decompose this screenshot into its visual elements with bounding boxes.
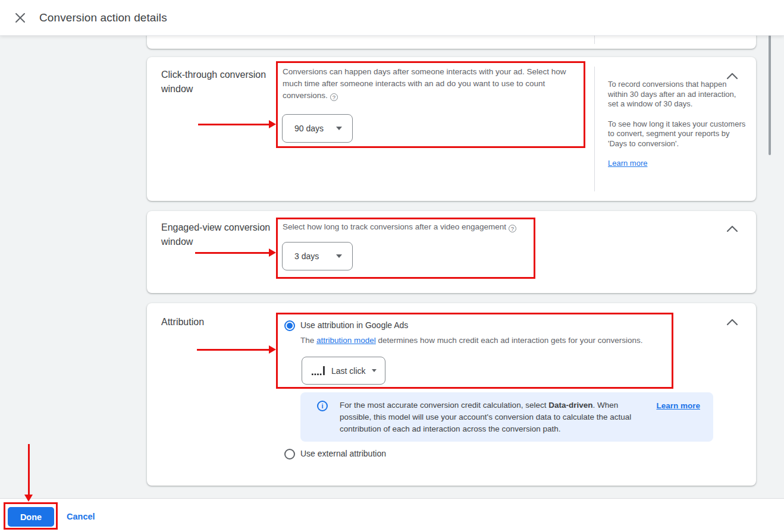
help-icon[interactable]: ? — [330, 93, 338, 101]
info-icon: i — [317, 401, 328, 411]
attribution-model-value: Last click — [331, 366, 366, 376]
learn-more-link[interactable]: Learn more — [608, 159, 647, 168]
conversion-action-details-dialog: Conversion action details Click-through … — [0, 0, 784, 532]
external-attribution-radio[interactable] — [284, 449, 295, 459]
data-driven-info-box: i For the most accurate conversion credi… — [300, 392, 713, 442]
attribution-label: Attribution — [161, 315, 271, 329]
help-paragraph: To see how long it takes your customers … — [608, 119, 748, 149]
dropdown-caret-icon — [372, 369, 377, 372]
cancel-button[interactable]: Cancel — [67, 512, 95, 521]
engaged-view-card: Engaged-view conversion window Select ho… — [147, 211, 756, 293]
collapse-chevron-icon[interactable] — [726, 224, 738, 232]
collapse-chevron-icon[interactable] — [726, 317, 738, 326]
done-button[interactable]: Done — [8, 507, 54, 527]
google-ads-attribution-radio[interactable] — [284, 320, 295, 331]
info-text: For the most accurate conversion credit … — [340, 399, 642, 435]
google-ads-attribution-radio-label: Use attribution in Google Ads — [300, 320, 408, 330]
external-attribution-radio-label: Use external attribution — [300, 449, 386, 458]
attribution-model-link[interactable]: attribution model — [316, 336, 376, 345]
annotation-arrow-done — [28, 444, 30, 495]
engaged-view-window-value: 3 days — [294, 251, 319, 261]
engaged-view-label: Engaged-view conversion window — [161, 221, 271, 249]
dialog-header: Conversion action details — [0, 0, 784, 36]
help-icon[interactable]: ? — [509, 225, 516, 232]
attribution-model-dropdown[interactable]: Last click — [302, 357, 385, 385]
dropdown-caret-icon — [336, 127, 342, 130]
last-click-icon — [312, 366, 326, 376]
page-title: Conversion action details — [39, 11, 167, 24]
help-paragraph: To record conversions that happen within… — [608, 80, 748, 109]
close-icon[interactable] — [14, 12, 26, 24]
click-through-label: Click-through conversion window — [161, 68, 271, 96]
scrollbar-thumb[interactable] — [769, 35, 771, 155]
click-through-window-dropdown[interactable]: 90 days — [282, 114, 353, 143]
dropdown-caret-icon — [336, 254, 342, 258]
engaged-view-description: Select how long to track conversions aft… — [283, 221, 544, 233]
click-through-card: Click-through conversion window Conversi… — [147, 57, 756, 201]
attribution-card: Attribution Use attribution in Google Ad… — [147, 303, 756, 486]
engaged-view-window-dropdown[interactable]: 3 days — [282, 242, 353, 270]
dialog-footer: Done Cancel — [0, 498, 784, 532]
click-through-description: Conversions can happen days after someon… — [283, 66, 583, 102]
card-divider — [594, 67, 595, 191]
learn-more-link[interactable]: Learn more — [656, 401, 700, 435]
collapse-chevron-icon[interactable] — [726, 71, 738, 80]
click-through-window-value: 90 days — [294, 124, 324, 133]
attribution-model-description: The attribution model determines how muc… — [300, 335, 693, 347]
click-through-help-panel: To record conversions that happen within… — [608, 80, 748, 169]
